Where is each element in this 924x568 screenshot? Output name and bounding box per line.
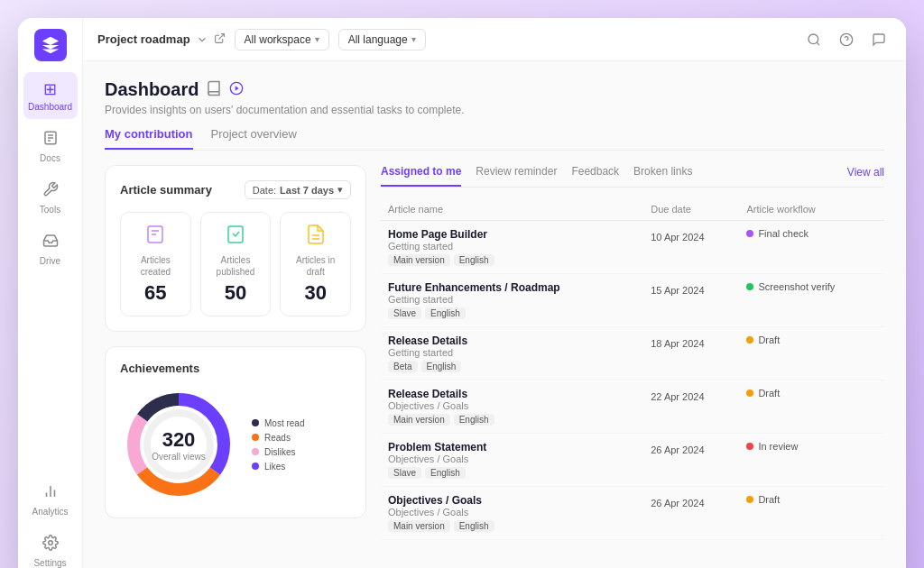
- due-date-value: 15 Apr 2024: [651, 285, 704, 296]
- sidebar-item-settings[interactable]: Settings: [23, 527, 78, 568]
- article-title[interactable]: Objectives / Goals: [388, 494, 636, 507]
- svg-line-8: [218, 33, 224, 39]
- play-icon[interactable]: [229, 81, 244, 99]
- created-icon: [144, 224, 166, 251]
- draft-label: Articles in draft: [290, 254, 341, 278]
- workflow-label: Draft: [758, 334, 780, 345]
- article-title[interactable]: Release Details: [388, 388, 636, 400]
- tab-my-contribution[interactable]: My contribution: [105, 127, 193, 150]
- dashboard-icon: ⊞: [43, 79, 57, 99]
- article-name-cell: Problem Statement Objectives / Goals Sla…: [381, 434, 643, 487]
- legend-reads-dot: [252, 434, 259, 441]
- book-icon[interactable]: [206, 80, 222, 100]
- app-logo: [34, 29, 67, 61]
- due-date-cell: 18 Apr 2024: [643, 327, 739, 380]
- due-date-value: 26 Apr 2024: [651, 498, 704, 508]
- sidebar-item-analytics[interactable]: Analytics: [23, 476, 78, 524]
- sidebar-item-drive[interactable]: Drive: [23, 225, 78, 273]
- article-tags: Main versionEnglish: [388, 520, 636, 532]
- published-icon: [225, 224, 246, 251]
- due-date-cell: 26 Apr 2024: [643, 487, 739, 540]
- svg-rect-18: [228, 226, 243, 243]
- article-title[interactable]: Future Enhancements / Roadmap: [388, 281, 636, 294]
- workflow-badge: Draft: [746, 388, 877, 399]
- left-column: Article summary Date: Last 7 days ▾: [105, 165, 366, 540]
- draft-value: 30: [304, 281, 326, 305]
- workflow-cell: Final check: [739, 221, 884, 274]
- article-title[interactable]: Release Details: [388, 334, 636, 347]
- articles-table: Article name Due date Article workflow H…: [381, 198, 884, 540]
- table-row: Problem Statement Objectives / Goals Sla…: [381, 434, 884, 487]
- sidebar-item-docs[interactable]: Docs: [23, 123, 78, 170]
- article-name-cell: Home Page Builder Getting started Main v…: [381, 221, 643, 274]
- view-all-link[interactable]: View all: [847, 166, 884, 186]
- stats-row: Articles created 65 Articles published 5…: [120, 212, 351, 316]
- draft-icon: [305, 224, 327, 251]
- achievements-card: Achievements: [105, 346, 366, 518]
- due-date-cell: 26 Apr 2024: [643, 434, 739, 487]
- tab-assigned-to-me[interactable]: Assigned to me: [381, 165, 461, 187]
- messages-button[interactable]: [866, 27, 892, 52]
- article-name-cell: Future Enhancements / Roadmap Getting st…: [381, 274, 643, 327]
- svg-point-7: [48, 541, 52, 545]
- right-panel-tabs: Assigned to me Review reminder Feedback …: [381, 165, 884, 188]
- workflow-status-dot: [746, 496, 753, 503]
- workflow-status-dot: [746, 389, 753, 397]
- tab-review-reminder[interactable]: Review reminder: [476, 165, 557, 187]
- donut-chart: 320 Overall views: [120, 386, 237, 503]
- article-title[interactable]: Problem Statement: [388, 441, 636, 453]
- language-chevron-icon: ▾: [411, 34, 416, 44]
- tab-broken-links[interactable]: Broken links: [633, 165, 692, 187]
- svg-line-10: [817, 42, 819, 45]
- workflow-label: In review: [758, 441, 798, 452]
- tab-project-overview[interactable]: Project overview: [211, 127, 297, 150]
- two-column-layout: Article summary Date: Last 7 days ▾: [105, 165, 884, 540]
- stat-articles-published: Articles published 50: [200, 212, 272, 316]
- article-tag: Main version: [388, 254, 450, 266]
- published-label: Articles published: [210, 254, 262, 278]
- col-due-date: Due date: [643, 198, 739, 221]
- stat-articles-created: Articles created 65: [120, 212, 191, 316]
- sidebar-item-dashboard[interactable]: ⊞ Dashboard: [23, 72, 78, 119]
- legend-dislikes: Dislikes: [252, 447, 304, 457]
- overall-views-label: Overall views: [152, 452, 205, 462]
- drive-icon: [42, 233, 59, 253]
- search-button[interactable]: [801, 27, 827, 52]
- date-value: Last 7 days: [280, 185, 334, 196]
- workflow-label: Screenshot verify: [758, 281, 835, 292]
- sidebar-item-drive-label: Drive: [40, 256, 60, 266]
- sidebar-item-tools-label: Tools: [40, 205, 60, 215]
- language-dropdown[interactable]: All language ▾: [338, 29, 426, 50]
- published-value: 50: [225, 281, 246, 305]
- workflow-label: Draft: [758, 494, 780, 505]
- col-workflow: Article workflow: [739, 198, 884, 221]
- legend-likes-dot: [252, 463, 259, 470]
- workflow-status-dot: [746, 230, 753, 237]
- workflow-badge: Draft: [746, 494, 877, 505]
- article-name-cell: Release Details Objectives / Goals Main …: [381, 380, 643, 434]
- date-filter-dropdown[interactable]: Date: Last 7 days ▾: [245, 180, 351, 199]
- workflow-cell: Screenshot verify: [739, 274, 884, 327]
- external-link-icon[interactable]: [214, 32, 226, 47]
- sidebar-item-analytics-label: Analytics: [32, 507, 68, 517]
- legend-likes-label: Likes: [264, 462, 285, 472]
- article-title[interactable]: Home Page Builder: [388, 228, 636, 241]
- article-tag: Beta: [388, 361, 418, 372]
- workflow-cell: Draft: [739, 327, 884, 380]
- article-tags: SlaveEnglish: [388, 307, 636, 319]
- created-label: Articles created: [130, 254, 181, 278]
- date-label: Date:: [253, 185, 276, 196]
- article-tag: English: [421, 361, 462, 372]
- sidebar-item-docs-label: Docs: [40, 153, 60, 163]
- svg-marker-14: [236, 86, 239, 90]
- created-value: 65: [144, 281, 166, 305]
- workspace-chevron-icon: ▾: [315, 34, 319, 44]
- legend-dislikes-dot: [252, 448, 259, 455]
- top-navigation: Project roadmap All workspace ▾ All lang…: [83, 18, 906, 61]
- tab-feedback[interactable]: Feedback: [571, 165, 619, 187]
- help-button[interactable]: [834, 27, 859, 52]
- sidebar-item-tools[interactable]: Tools: [23, 174, 78, 222]
- due-date-value: 22 Apr 2024: [651, 391, 704, 402]
- article-tags: SlaveEnglish: [388, 467, 636, 479]
- workspace-dropdown[interactable]: All workspace ▾: [235, 29, 329, 50]
